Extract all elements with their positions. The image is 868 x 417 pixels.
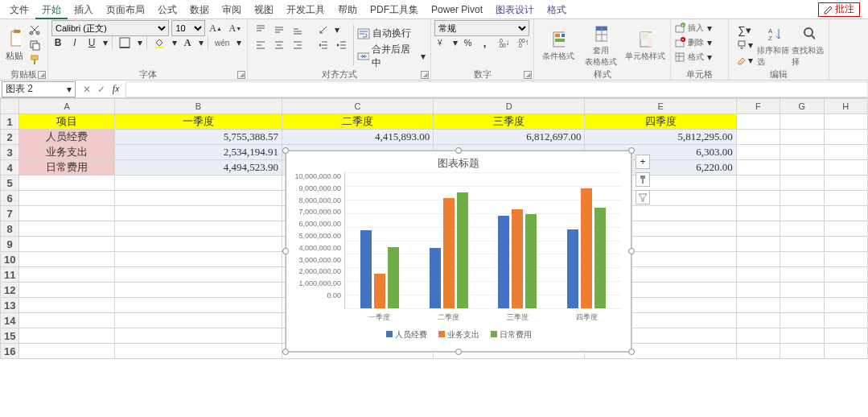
cell-B9[interactable]	[114, 237, 282, 252]
cell-F12[interactable]	[736, 283, 780, 298]
cell-F16[interactable]	[736, 344, 780, 359]
font-color-button[interactable]: A	[181, 35, 194, 50]
cell-A11[interactable]	[19, 267, 114, 283]
chart-title[interactable]: 图表标题	[286, 156, 631, 171]
cell-G6[interactable]	[780, 191, 824, 206]
tab-view[interactable]: 视图	[248, 0, 280, 19]
cell-A8[interactable]	[19, 221, 114, 237]
resize-handle-se[interactable]	[628, 349, 635, 355]
cell-A6[interactable]	[19, 191, 114, 206]
fill-dropdown[interactable]: ▾	[171, 36, 177, 49]
cell-B1[interactable]: 一季度	[114, 114, 282, 130]
resize-handle-w[interactable]	[282, 248, 289, 254]
inc-indent-button[interactable]	[334, 38, 350, 52]
cell-A16[interactable]	[19, 344, 114, 359]
orientation-button[interactable]	[315, 23, 331, 37]
cell-G7[interactable]	[780, 206, 824, 221]
bold-button[interactable]: B	[51, 35, 64, 50]
bar-日常费用-四季度[interactable]	[594, 208, 606, 308]
cell-G9[interactable]	[780, 237, 824, 252]
border-button[interactable]	[117, 35, 133, 50]
format-cells-button[interactable]: 格式▾	[674, 50, 725, 64]
find-select-button[interactable]: 查找和选择	[792, 21, 826, 68]
cell-H8[interactable]	[824, 221, 867, 237]
cell-B14[interactable]	[114, 313, 282, 328]
cell-F7[interactable]	[736, 206, 780, 221]
cell-H9[interactable]	[824, 237, 867, 252]
cell-H12[interactable]	[824, 283, 867, 298]
select-all-cell[interactable]	[1, 99, 19, 114]
cell-A13[interactable]	[19, 298, 114, 313]
cell-A4[interactable]: 日常费用	[19, 160, 114, 175]
chart-elements-button[interactable]: +	[636, 155, 650, 169]
cell-H4[interactable]	[824, 160, 867, 175]
row-header-9[interactable]: 9	[1, 237, 19, 252]
annotate-button[interactable]: 批注	[818, 2, 860, 17]
cell-H6[interactable]	[824, 191, 867, 206]
number-dialog-launcher[interactable]: ◢	[524, 71, 532, 79]
bar-人员经费-二季度[interactable]	[430, 248, 441, 308]
format-painter-button[interactable]	[27, 52, 43, 67]
row-header-16[interactable]: 16	[1, 344, 19, 359]
row-header-2[interactable]: 2	[1, 130, 19, 145]
tab-review[interactable]: 审阅	[216, 0, 248, 19]
resize-handle-nw[interactable]	[282, 147, 289, 154]
cell-H3[interactable]	[824, 145, 867, 160]
cell-A15[interactable]	[19, 328, 114, 344]
cell-F11[interactable]	[736, 267, 780, 283]
cell-G16[interactable]	[780, 344, 824, 359]
cell-F8[interactable]	[736, 221, 780, 237]
cell-H13[interactable]	[824, 298, 867, 313]
cell-A9[interactable]	[19, 237, 114, 252]
cell-A14[interactable]	[19, 313, 114, 328]
autosum-button[interactable]: ∑▾	[734, 23, 755, 37]
cell-H2[interactable]	[824, 130, 867, 145]
font-size-select[interactable]: 10	[171, 20, 204, 36]
cell-H16[interactable]	[824, 344, 867, 359]
cell-B7[interactable]	[114, 206, 282, 221]
cell-A10[interactable]	[19, 252, 114, 267]
cell-F4[interactable]	[736, 160, 780, 175]
align-dialog-launcher[interactable]: ◢	[421, 71, 429, 79]
cell-G8[interactable]	[780, 221, 824, 237]
grow-font-button[interactable]: A▲	[208, 21, 224, 35]
fx-button[interactable]: fx	[109, 82, 122, 97]
clipboard-dialog-launcher[interactable]: ◢	[38, 71, 46, 79]
percent-button[interactable]: %	[462, 35, 475, 50]
col-header-D[interactable]: D	[434, 99, 585, 114]
col-header-H[interactable]: H	[824, 99, 867, 114]
delete-cells-button[interactable]: ×删除▾	[674, 35, 725, 50]
cell-F6[interactable]	[736, 191, 780, 206]
cell-B15[interactable]	[114, 328, 282, 344]
resize-handle-e[interactable]	[628, 248, 635, 254]
accounting-dropdown[interactable]: ▾	[453, 36, 458, 49]
copy-button[interactable]	[27, 38, 43, 52]
bar-cluster[interactable]	[483, 172, 553, 308]
row-header-6[interactable]: 6	[1, 191, 19, 206]
align-left-button[interactable]	[253, 38, 269, 52]
cell-B10[interactable]	[114, 252, 282, 267]
cell-B4[interactable]: 4,494,523.90	[114, 160, 282, 175]
sort-filter-button[interactable]: AZ 排序和筛选	[757, 21, 792, 68]
bar-业务支出-一季度[interactable]	[374, 274, 385, 308]
cell-A5[interactable]	[19, 175, 114, 191]
row-header-13[interactable]: 13	[1, 298, 19, 313]
cell-D2[interactable]: 6,812,697.00	[434, 130, 585, 145]
bar-日常费用-三季度[interactable]	[525, 214, 537, 308]
bar-人员经费-一季度[interactable]	[360, 230, 372, 308]
cell-H7[interactable]	[824, 206, 867, 221]
legend-entry[interactable]: 人员经费	[386, 329, 427, 341]
cell-H14[interactable]	[824, 313, 867, 328]
cell-F3[interactable]	[736, 145, 780, 160]
cell-G12[interactable]	[780, 283, 824, 298]
dec-indent-button[interactable]	[315, 38, 331, 52]
legend-entry[interactable]: 日常费用	[491, 329, 532, 341]
col-header-F[interactable]: F	[736, 99, 780, 114]
orientation-dropdown[interactable]: ▾	[334, 23, 339, 36]
cell-A3[interactable]: 业务支出	[19, 145, 114, 160]
bar-业务支出-二季度[interactable]	[443, 198, 455, 308]
cell-H5[interactable]	[824, 175, 867, 191]
phonetic-dropdown[interactable]: ▾	[236, 36, 241, 49]
chart-plot-area[interactable]	[344, 172, 621, 309]
cell-A12[interactable]	[19, 283, 114, 298]
